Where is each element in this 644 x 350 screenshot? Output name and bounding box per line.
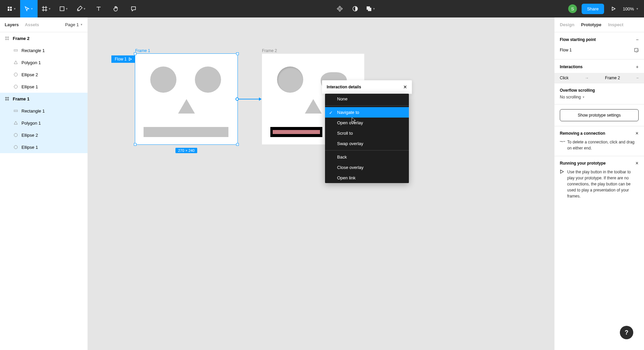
- connection-arrow: [259, 97, 262, 101]
- boolean-icon[interactable]: ▼: [365, 3, 376, 14]
- polygon-1[interactable]: [178, 99, 195, 114]
- figma-menu-button[interactable]: ▼: [3, 0, 20, 17]
- frame-tool-button[interactable]: ▼: [38, 0, 55, 17]
- comment-tool-button[interactable]: [125, 0, 142, 17]
- hand-tool-button[interactable]: [107, 0, 125, 17]
- flow-badge[interactable]: Flow 1: [111, 55, 135, 63]
- prototype-tab[interactable]: Prototype: [581, 22, 601, 27]
- ellipse-1-f2[interactable]: [277, 67, 303, 93]
- frame-2-label[interactable]: Frame 2: [262, 48, 277, 53]
- present-button[interactable]: [609, 6, 618, 11]
- svg-rect-1: [10, 7, 12, 8]
- chevron-down-icon: ▼: [83, 7, 86, 10]
- layer-label: Ellipse 1: [21, 84, 38, 89]
- edit-icon[interactable]: [634, 48, 639, 52]
- mask-icon[interactable]: [350, 3, 361, 14]
- close-icon[interactable]: ✕: [403, 84, 407, 90]
- shape-tool-button[interactable]: ▼: [55, 0, 72, 17]
- polygon-icon: [13, 60, 18, 65]
- ellipse-2[interactable]: [195, 67, 221, 93]
- user-avatar[interactable]: S: [568, 4, 577, 13]
- share-button[interactable]: Share: [582, 4, 604, 14]
- minus-icon[interactable]: −: [636, 37, 639, 42]
- plus-icon[interactable]: +: [636, 64, 639, 70]
- rectangle-1[interactable]: [144, 127, 228, 137]
- selection-handle[interactable]: [134, 52, 137, 55]
- assets-tab[interactable]: Assets: [25, 22, 39, 27]
- frame-1-label[interactable]: Frame 1: [135, 48, 150, 53]
- help-text: Use the play button in the toolbar to pl…: [560, 169, 639, 199]
- layer-ellipse-2[interactable]: Ellipse 2: [0, 69, 88, 81]
- select-value: No scrolling: [560, 95, 581, 99]
- section-title: Running your prototype: [560, 161, 606, 166]
- check-icon: ✓: [329, 110, 333, 115]
- dropdown-scroll-to[interactable]: Scroll to: [325, 128, 409, 138]
- layer-frame-2[interactable]: Frame 2: [0, 32, 88, 44]
- layers-tab[interactable]: Layers: [5, 22, 19, 27]
- dropdown-swap-overlay[interactable]: Swap overlay: [325, 138, 409, 149]
- dropdown-none[interactable]: None: [325, 94, 409, 104]
- svg-rect-3: [10, 9, 12, 11]
- selection-handle[interactable]: [236, 52, 239, 55]
- layer-ellipse-1-b[interactable]: Ellipse 1: [0, 141, 88, 153]
- inspect-tab[interactable]: Inspect: [608, 22, 624, 27]
- ellipse-1[interactable]: [150, 67, 176, 93]
- component-icon[interactable]: [334, 3, 345, 14]
- svg-rect-12: [339, 9, 341, 11]
- flow-label: Flow 1: [115, 57, 126, 61]
- layer-polygon-1[interactable]: Polygon 1: [0, 56, 88, 69]
- connection-line[interactable]: [239, 99, 259, 99]
- move-tool-button[interactable]: ▼: [20, 0, 38, 17]
- layer-label: Frame 2: [13, 36, 30, 41]
- section-title: Overflow scrolling: [560, 88, 595, 93]
- design-tab[interactable]: Design: [560, 22, 574, 27]
- dropdown-navigate-to[interactable]: ✓ Navigate to: [325, 107, 409, 118]
- dropdown-close-overlay[interactable]: Close overlay: [325, 162, 409, 173]
- selection-handle[interactable]: [236, 143, 239, 146]
- layer-label: Rectangle 1: [21, 48, 45, 53]
- polygon-icon: [13, 121, 18, 125]
- help-button[interactable]: ?: [620, 326, 633, 339]
- frame-1[interactable]: [135, 54, 237, 144]
- flow-starting-point-section: Flow starting point − Flow 1: [554, 32, 644, 59]
- dropdown-open-link[interactable]: Open link: [325, 173, 409, 183]
- zoom-dropdown[interactable]: 100% ▼: [623, 6, 639, 11]
- chevron-down-icon: ▼: [31, 7, 33, 10]
- rectangle-1-f2-bg[interactable]: [270, 127, 322, 137]
- chevron-down-icon: ▼: [13, 7, 16, 10]
- layer-ellipse-1[interactable]: Ellipse 1: [0, 81, 88, 93]
- polygon-1-f2[interactable]: [305, 99, 322, 114]
- dropdown-back[interactable]: Back: [325, 152, 409, 162]
- toolbar-right: S Share 100% ▼: [568, 4, 641, 14]
- text-tool-button[interactable]: [90, 0, 107, 17]
- layer-rectangle-1[interactable]: Rectangle 1: [0, 44, 88, 56]
- top-toolbar: ▼ ▼ ▼ ▼ ▼: [0, 0, 644, 17]
- minus-icon[interactable]: −: [636, 76, 639, 80]
- layer-label: Polygon 1: [21, 60, 41, 65]
- page-selector[interactable]: Page 1 ▼: [65, 22, 83, 27]
- svg-point-31: [14, 145, 17, 149]
- dropdown-open-overlay[interactable]: Open overlay: [325, 118, 409, 128]
- chevron-down-icon: ▼: [373, 7, 375, 10]
- svg-rect-11: [339, 6, 341, 8]
- layer-frame-1[interactable]: Frame 1: [0, 93, 88, 105]
- layer-polygon-1-b[interactable]: Polygon 1: [0, 117, 88, 129]
- disconnect-icon: ×: [560, 140, 565, 143]
- scrolling-select[interactable]: No scrolling ▼: [560, 95, 639, 99]
- canvas[interactable]: Flow 1 Frame 1 270 × 240 Frame 2: [88, 17, 554, 350]
- prototype-settings-section: Show prototype settings: [554, 104, 644, 126]
- interaction-row[interactable]: Click → Frame 2 −: [554, 73, 644, 83]
- properties-panel: Design Prototype Inspect Flow starting p…: [554, 17, 644, 350]
- interaction-details-panel: Interaction details ✕: [322, 80, 412, 94]
- layer-ellipse-2-b[interactable]: Ellipse 2: [0, 129, 88, 141]
- dropdown-divider: [325, 150, 409, 150]
- connection-node[interactable]: [235, 97, 239, 101]
- layers-panel: Layers Assets Page 1 ▼ Frame 2 Rectangle…: [0, 17, 88, 350]
- layer-rectangle-1-b[interactable]: Rectangle 1: [0, 105, 88, 117]
- layer-label: Polygon 1: [21, 121, 41, 126]
- close-icon[interactable]: ✕: [635, 161, 639, 166]
- selection-handle[interactable]: [134, 143, 137, 146]
- pen-tool-button[interactable]: ▼: [72, 0, 90, 17]
- show-prototype-settings-button[interactable]: Show prototype settings: [560, 109, 639, 121]
- close-icon[interactable]: ✕: [635, 131, 639, 136]
